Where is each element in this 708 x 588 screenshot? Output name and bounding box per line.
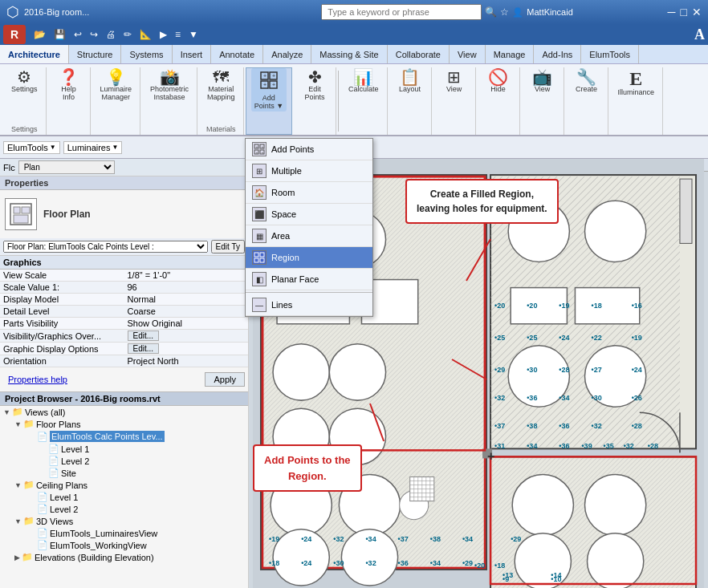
properties-help-link[interactable]: Properties help xyxy=(3,373,72,386)
tree-item[interactable]: ▼📁Views (all) xyxy=(0,406,248,418)
ribbon-btn-illuminance[interactable]: E Illuminance xyxy=(615,67,658,98)
ribbon-btn-view1[interactable]: ⊞ View xyxy=(438,67,470,95)
ribbon-btn-addpoints[interactable]: + + + + AddPoints ▼ xyxy=(251,68,287,112)
tab-architecture[interactable]: Architecture xyxy=(0,45,69,63)
svg-text:•29: •29 xyxy=(494,366,505,374)
dd-item-lines[interactable]: — Lines xyxy=(246,294,372,316)
tab-elumtools[interactable]: ElumTools xyxy=(581,45,639,63)
tab-structure[interactable]: Structure xyxy=(69,45,122,63)
visibility-graphics-btn[interactable]: Edit... xyxy=(128,330,160,341)
view2-icon: 📺 xyxy=(532,69,552,85)
dropdown-menu: + + + + Add Points ⊞ Multiple 🏠 Room ⬛ S… xyxy=(245,138,373,317)
doc-icon: 📄 xyxy=(37,504,48,514)
tree-item[interactable]: 📄Level 1 xyxy=(0,443,248,455)
title-bar: ⬡ 2016-Big room... 🔍 ☆ 👤 MattKincaid ─ □… xyxy=(0,0,708,24)
tree-toggle-icon: ▼ xyxy=(14,517,22,525)
tab-analyze[interactable]: Analyze xyxy=(263,45,311,63)
tree-item[interactable]: 📄ElumTools Calc Points Lev... xyxy=(0,430,248,443)
dd-item-area[interactable]: ▦ Area xyxy=(246,225,372,247)
ribbon-btn-luminaire[interactable]: 💡 LuminaireManager xyxy=(97,67,136,103)
qa-open[interactable]: 📂 xyxy=(31,27,49,42)
ribbon-btn-photometric[interactable]: 📸 PhotometricInstabase xyxy=(147,67,192,103)
ribbon-btn-view2[interactable]: 📺 View xyxy=(527,67,559,95)
dd-item-region[interactable]: Region xyxy=(246,247,372,269)
table-row: Parts Visibility Show Original xyxy=(0,318,248,330)
svg-text:+: + xyxy=(272,73,275,79)
flc-label: Flc xyxy=(3,163,15,172)
tab-collaborate[interactable]: Collaborate xyxy=(388,45,450,63)
star-icon[interactable]: ☆ xyxy=(500,6,509,18)
table-row: Visibility/Graphics Over... Edit... xyxy=(0,330,248,343)
tree-item[interactable]: 📄Site xyxy=(0,467,248,479)
ribbon-btn-editpoints[interactable]: ✤ EditPoints xyxy=(299,67,331,103)
search-input[interactable] xyxy=(321,4,482,20)
graphic-display-btn[interactable]: Edit... xyxy=(128,343,160,354)
qa-save[interactable]: 💾 xyxy=(51,27,69,42)
orientation-value: Project North xyxy=(124,355,249,367)
dd-item-planar[interactable]: ◧ Planar Face xyxy=(246,269,372,290)
svg-text:•31: •31 xyxy=(494,442,505,450)
tab-view[interactable]: View xyxy=(450,45,486,63)
area-icon: ▦ xyxy=(252,229,267,243)
tree-item[interactable]: ▼📁Floor Plans xyxy=(0,418,248,430)
table-row: Scale Value 1: 96 xyxy=(0,282,248,294)
doc-icon: 📄 xyxy=(48,456,59,466)
ribbon-btn-layout[interactable]: 📋 Layout xyxy=(394,67,426,95)
qa-draw[interactable]: ✏ xyxy=(120,27,135,42)
qa-measure[interactable]: 📐 xyxy=(136,27,155,42)
svg-text:•20: •20 xyxy=(474,562,485,570)
dd-item-add-points[interactable]: + + + + Add Points xyxy=(246,139,372,160)
ribbon: ⚙ Settings Settings ❓ HelpInfo 💡 Luminai… xyxy=(0,64,708,136)
floor-plan-select[interactable]: Floor Plan: ElumTools Calc Points Level … xyxy=(3,241,208,253)
tree-item[interactable]: 📄Level 2 xyxy=(0,455,248,467)
qa-print[interactable]: 🖨 xyxy=(103,27,119,42)
qa-play[interactable]: ▶ xyxy=(157,27,170,42)
tree-item[interactable]: ▼📁3D Views xyxy=(0,515,248,527)
ribbon-btn-hide[interactable]: 🚫 Hide xyxy=(482,67,515,95)
tab-annotate[interactable]: Annotate xyxy=(211,45,263,63)
tab-addins[interactable]: Add-Ins xyxy=(534,45,581,63)
app-logo: ⬡ xyxy=(6,3,19,21)
minimize-btn[interactable]: ─ xyxy=(668,6,676,18)
svg-rect-59 xyxy=(575,288,639,324)
ribbon-btn-calculate[interactable]: 📊 Calculate xyxy=(345,67,382,95)
tree-item[interactable]: 📄Level 2 xyxy=(0,503,248,515)
svg-text:•36: •36 xyxy=(398,559,409,567)
elumtools-dropdown[interactable]: ElumTools ▼ xyxy=(3,141,60,154)
svg-text:•25: •25 xyxy=(527,334,537,342)
svg-point-65 xyxy=(584,474,645,535)
tree-item[interactable]: 📄Level 1 xyxy=(0,491,248,503)
qa-redo[interactable]: ↪ xyxy=(87,27,101,42)
tree-toggle-icon: ▼ xyxy=(3,408,10,416)
svg-rect-11 xyxy=(14,215,28,223)
region-icon xyxy=(252,250,267,265)
apply-button[interactable]: Apply xyxy=(205,372,245,387)
tab-manage[interactable]: Manage xyxy=(486,45,535,63)
app-button[interactable]: R xyxy=(3,25,26,44)
ribbon-btn-help[interactable]: ❓ HelpInfo xyxy=(53,67,85,103)
tab-systems[interactable]: Systems xyxy=(121,45,172,63)
tab-insert[interactable]: Insert xyxy=(173,45,212,63)
qa-menu[interactable]: ≡ xyxy=(172,27,184,42)
maximize-btn[interactable]: □ xyxy=(681,6,687,18)
tree-item[interactable]: 📄ElumTools_WorkingView xyxy=(0,539,248,551)
dd-item-space[interactable]: ⬛ Space xyxy=(246,204,372,225)
close-btn[interactable]: ✕ xyxy=(692,6,702,18)
tree-item[interactable]: ▼📁Ceiling Plans xyxy=(0,479,248,491)
ribbon-btn-create[interactable]: 🔧 Create xyxy=(571,67,603,95)
tree-item[interactable]: 📄ElumTools_LuminairesView xyxy=(0,527,248,539)
dd-item-multiple[interactable]: ⊞ Multiple xyxy=(246,160,372,182)
callout-filled-region: Create a Filled Region,leaving holes for… xyxy=(405,179,559,224)
edit-type-btn[interactable]: Edit Ty xyxy=(211,240,245,253)
dd-item-room[interactable]: 🏠 Room xyxy=(246,182,372,204)
tree-item[interactable]: ▶📁Elevations (Building Elevation) xyxy=(0,551,248,563)
qa-undo[interactable]: ↩ xyxy=(71,27,85,42)
search-icon[interactable]: 🔍 xyxy=(485,6,497,18)
svg-text:•34: •34 xyxy=(527,442,537,450)
luminaires-dropdown[interactable]: Luminaires ▼ xyxy=(63,141,123,154)
ribbon-btn-material[interactable]: 🗺 MaterialMapping xyxy=(204,67,238,103)
ribbon-btn-settings[interactable]: ⚙ Settings xyxy=(8,67,41,95)
qa-dropdown[interactable]: ▼ xyxy=(185,27,201,42)
tab-massing[interactable]: Massing & Site xyxy=(311,45,387,63)
plan-select[interactable]: Plan Ceiling Plan 3D View xyxy=(18,160,115,174)
